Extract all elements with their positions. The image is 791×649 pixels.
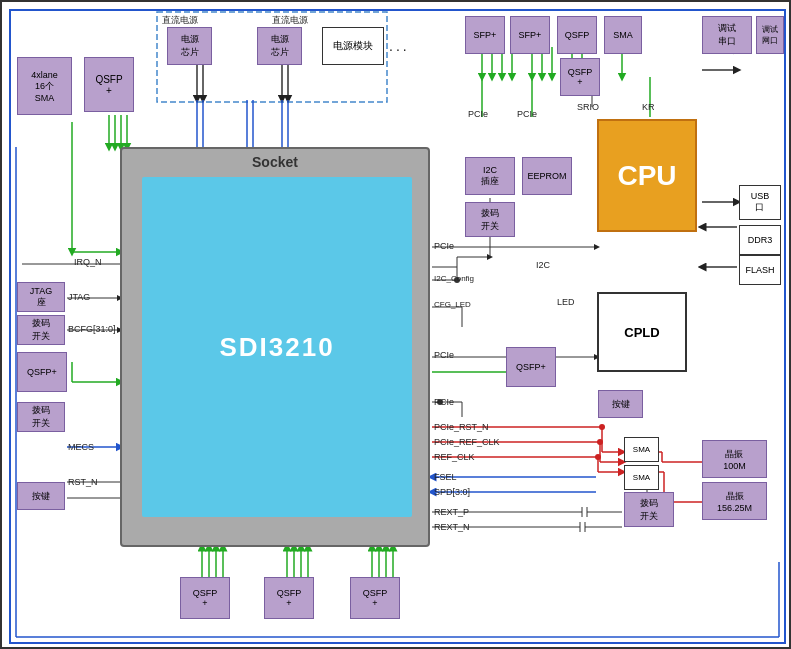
box-dial-sw-bcfg: 拨码开关 (17, 315, 65, 345)
box-dial-sw-right: 拨码开关 (624, 492, 674, 527)
socket-outer: Socket SDI3210 (120, 147, 430, 547)
label-rext-n: REXT_N (434, 522, 470, 532)
box-qsfp-topleft: QSFP+ (84, 57, 134, 112)
box-sma-br2: SMA (624, 465, 659, 490)
label-pcie-top2: PCIe (517, 109, 537, 119)
box-i2c-socket: I2C插座 (465, 157, 515, 195)
label-pcie-rst: PCIe_RST_N (434, 422, 489, 432)
cpu-label: CPU (617, 160, 676, 192)
box-qsfp-right1: QSFP (557, 16, 597, 54)
box-button-right: 按键 (598, 390, 643, 418)
label-dots: ... (389, 38, 410, 54)
label-pcie-top: PCIe (468, 109, 488, 119)
box-qsfp-topleft-label: QSFP+ (95, 74, 122, 96)
box-crystal-156m: 晶振156.25M (702, 482, 767, 520)
box-flash: FLASH (739, 255, 781, 285)
label-fsel: FSEL (434, 472, 457, 482)
label-mecs: MECS (68, 442, 94, 452)
label-i2c: I2C (536, 260, 550, 270)
svg-point-118 (454, 277, 460, 283)
box-qsfp-right2: QSFP+ (560, 58, 600, 96)
svg-point-114 (597, 439, 603, 445)
socket-label: Socket (122, 154, 428, 170)
label-pcie-qsfp: PCIe (434, 397, 454, 407)
svg-point-112 (437, 399, 443, 405)
box-debug-serial: 调试串口 (702, 16, 752, 54)
box-dial-sw-left: 拨码开关 (17, 402, 65, 432)
box-sfp2: SFP+ (510, 16, 550, 54)
label-dc-power1: 直流电源 (162, 14, 198, 27)
box-usb: USB口 (739, 185, 781, 220)
box-eeprom: EEPROM (522, 157, 572, 195)
box-sma-right: SMA (604, 16, 642, 54)
cpld-box: CPLD (597, 292, 687, 372)
label-srio: SRIO (577, 102, 599, 112)
label-i2c-config: I2C_Config (434, 274, 474, 283)
box-crystal-100m: 晶振100M (702, 440, 767, 478)
box-sma-br1: SMA (624, 437, 659, 462)
box-power-chip1: 电源芯片 (167, 27, 212, 65)
socket-inner: SDI3210 (142, 177, 412, 517)
box-4xlane-label: 4xlane 16个 SMA (31, 70, 58, 103)
label-pcie-ref-clk: PCIe_REF_CLK (434, 437, 500, 447)
label-spd: SPD[3:0] (434, 487, 470, 497)
cpu-box: CPU (597, 119, 697, 232)
svg-point-115 (595, 454, 601, 460)
svg-point-113 (599, 424, 605, 430)
label-ref-clk: REF_CLK (434, 452, 475, 462)
label-rst-n: RST_N (68, 477, 98, 487)
box-4xlane-sma: 4xlane 16个 SMA (17, 57, 72, 115)
cpld-label: CPLD (624, 325, 659, 340)
box-ddr3: DDR3 (739, 225, 781, 255)
box-power-chip2: 电源芯片 (257, 27, 302, 65)
box-qsfp-left-mid: QSFP+ (17, 352, 67, 392)
socket-chip-label: SDI3210 (219, 332, 334, 363)
label-pcie-mid: PCIe (434, 241, 454, 251)
label-kr: KR (642, 102, 655, 112)
box-debug-net: 调试网口 (756, 16, 784, 54)
block-diagram: 4xlane 16个 SMA QSFP+ 直流电源 直流电源 电源芯片 电源芯片… (0, 0, 791, 649)
box-qsfp-bot3: QSFP+ (350, 577, 400, 619)
label-led: LED (557, 297, 575, 307)
box-qsfp-bot2: QSFP+ (264, 577, 314, 619)
label-jtag: JTAG (68, 292, 90, 302)
box-qsfp-bot1: QSFP+ (180, 577, 230, 619)
label-dc-power2: 直流电源 (272, 14, 308, 27)
label-rext-p: REXT_P (434, 507, 469, 517)
label-pcie-cpld: PCIe (434, 350, 454, 360)
box-jtag: JTAG座 (17, 282, 65, 312)
label-irq-n: IRQ_N (74, 257, 102, 267)
box-button-left: 按键 (17, 482, 65, 510)
box-qsfp-right-mid: QSFP+ (506, 347, 556, 387)
label-bcfg: BCFG[31:0] (68, 324, 116, 334)
box-power-module: 电源模块 (322, 27, 384, 65)
box-dial-sw-top: 拨码开关 (465, 202, 515, 237)
box-sfp1: SFP+ (465, 16, 505, 54)
label-cfg-led: CFG_LED (434, 300, 471, 309)
